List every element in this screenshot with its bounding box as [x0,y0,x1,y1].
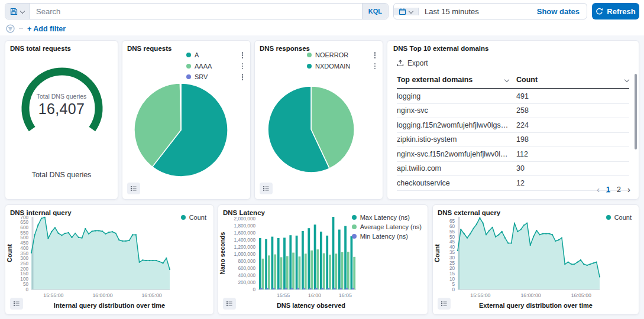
sort-chevron-icon[interactable] [624,77,629,82]
count-cell: 30 [516,164,629,172]
svg-text:150: 150 [20,271,28,276]
table-scrollbar[interactable] [635,74,637,149]
legend-item-max-latency-ns[interactable]: Max Latency (ns) [352,214,422,221]
domain-cell: logging.f15n2womfujehfjlwv0lgs3nog.... [397,121,516,129]
page-number-2[interactable]: 2 [617,185,621,194]
svg-text:10: 10 [449,276,455,282]
pie-legend: AAAAASRV [186,51,244,81]
legend-toggle-button[interactable] [260,183,273,194]
legend-label: Count [614,214,632,221]
page-number-1[interactable]: 1 [606,185,610,194]
legend-item-count[interactable]: Count [606,214,632,221]
legend-item-a[interactable]: A [186,51,244,59]
svg-text:Count: Count [433,244,441,262]
previous-page-icon[interactable]: ‹ [597,185,600,194]
domain-cell: nginx-svc.f15n2womfujehfjlwv0lgs3no... [397,150,516,158]
legend-label: Max Latency (ns) [360,214,422,221]
legend-actions-icon[interactable] [373,63,377,70]
legend-toggle-button[interactable] [10,298,23,310]
panel-title: DNS Top 10 external domains [393,45,488,52]
x-axis-title: External query distribution over time [433,302,639,309]
legend-color-dot [186,74,191,79]
add-filter-button[interactable]: + Add filter [27,25,66,33]
panel-dns-top-external-domains: DNS Top 10 external domains Export Top e… [387,40,639,200]
table-row: logging491 [397,89,629,104]
show-dates-button[interactable]: Show dates [537,7,587,16]
legend-color-dot [352,234,357,239]
saved-query-menu-button[interactable] [5,4,30,19]
refresh-button[interactable]: Refresh [592,3,639,19]
legend-label: SRV [195,73,237,80]
legend-item-aaaa[interactable]: AAAA [186,63,244,70]
table-row: zipkin.istio-system198 [397,133,629,148]
panel-dns-internal-query: DNS internal query 050100150200250300350… [5,204,214,315]
export-icon [397,60,404,67]
legend-toggle-button[interactable] [223,298,236,310]
legend-label: NOERROR [315,51,370,58]
svg-text:15:55:00: 15:55:00 [470,292,490,298]
legend-list-icon [441,300,447,307]
legend-item-nxdomain[interactable]: NXDOMAIN [307,63,377,70]
area-chart[interactable]: 0510152025303540455055606515:55:0016:00:… [433,205,640,315]
svg-text:400: 400 [20,246,28,251]
filter-icon[interactable] [6,24,15,33]
legend-item-srv[interactable]: SRV [186,73,244,81]
pie-legend: NOERRORNXDOMAIN [307,51,377,70]
column-label: Top external domains [397,76,473,84]
area-chart[interactable]: 0501001502002503003504004505005506006507… [5,205,215,315]
domain-cell: nginx-svc [397,106,516,115]
legend-item-noerror[interactable]: NOERROR [307,51,377,59]
svg-text:16:00:00: 16:00:00 [92,292,112,298]
svg-text:16:00: 16:00 [308,292,321,298]
svg-text:250: 250 [20,261,28,266]
legend-list-icon [131,185,137,192]
legend-toggle-button[interactable] [127,183,140,194]
svg-text:1,800,000: 1,800,000 [234,223,256,229]
count-cell: 112 [516,150,629,158]
svg-text:Nano seconds: Nano seconds [219,232,226,274]
legend-actions-icon[interactable] [241,63,245,70]
panel-dns-requests: DNS requests AAAAASRV [122,40,251,200]
svg-text:20: 20 [449,266,455,271]
legend-color-dot [181,215,186,220]
domain-cell: checkoutservice [397,179,516,187]
domain-cell: logging [397,92,516,100]
table-header-row: Top external domainsCount [397,73,629,89]
chart-legend: Count [606,214,632,221]
legend-label: A [195,51,237,58]
date-picker-calendar-button[interactable] [394,8,419,15]
legend-actions-icon[interactable] [241,51,245,59]
svg-text:200,000: 200,000 [238,280,255,285]
table-column-header-count[interactable]: Count [516,76,629,84]
legend-item-min-latency-ns[interactable]: Min Latency (ns) [352,233,422,240]
svg-text:400,000: 400,000 [238,273,255,278]
domain-cell: zipkin.istio-system [397,135,516,144]
legend-actions-icon[interactable] [241,73,245,81]
svg-text:0: 0 [452,287,455,292]
svg-text:1,000,000: 1,000,000 [234,252,256,257]
legend-toggle-button[interactable] [438,298,451,310]
search-input[interactable] [30,4,362,19]
sort-chevron-icon[interactable] [504,77,509,82]
export-button[interactable]: Export [397,59,428,67]
svg-text:50: 50 [23,282,29,287]
svg-text:350: 350 [20,251,28,256]
svg-text:650: 650 [20,220,28,225]
svg-text:65: 65 [449,219,455,224]
legend-color-dot [186,64,191,69]
next-page-icon[interactable]: › [627,185,630,194]
legend-item-count[interactable]: Count [181,214,206,221]
legend-label: Count [189,214,206,221]
legend-actions-icon[interactable] [373,51,377,59]
svg-text:30: 30 [449,255,455,261]
time-range-display[interactable]: Last 15 minutes [419,7,537,16]
table-column-header-top-external-domains[interactable]: Top external domains [397,76,516,84]
column-label: Count [516,76,538,84]
table-body: logging491nginx-svc258logging.f15n2womfu… [397,89,629,191]
legend-item-average-latency-ns[interactable]: Average Latency (ns) [352,223,422,230]
svg-text:800,000: 800,000 [238,259,255,264]
kql-language-button[interactable]: KQL [362,4,388,19]
table-row: logging.f15n2womfujehfjlwv0lgs3nog....22… [397,118,629,133]
x-axis-title: Internal query distribution over time [5,302,213,309]
svg-text:40: 40 [449,245,455,250]
